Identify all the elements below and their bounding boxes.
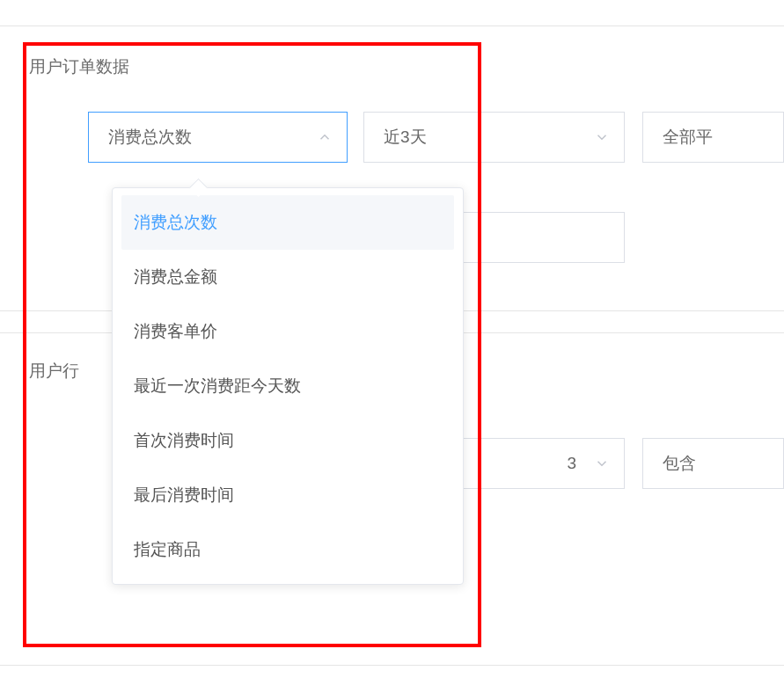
chevron-down-icon	[594, 456, 610, 471]
section-title-behavior-data: 用户行	[29, 360, 79, 383]
dropdown-item[interactable]: 消费总次数	[121, 195, 454, 250]
select-platform[interactable]: 全部平	[642, 112, 784, 163]
select-contain-value: 包含	[663, 452, 769, 475]
select-metric[interactable]: 消费总次数	[88, 112, 348, 163]
dropdown-item[interactable]: 消费总金额	[113, 250, 463, 304]
select-contain[interactable]: 包含	[642, 438, 784, 489]
dropdown-item[interactable]: 指定商品	[113, 522, 463, 577]
select-metric-value: 消费总次数	[108, 126, 310, 149]
chevron-up-icon	[317, 129, 333, 145]
dropdown-item[interactable]: 消费客单价	[113, 304, 463, 359]
dropdown-item[interactable]: 首次消费时间	[113, 413, 463, 468]
select-platform-value: 全部平	[663, 126, 769, 149]
dropdown-item[interactable]: 最近一次消费距今天数	[113, 359, 463, 413]
section-title-order-data: 用户订单数据	[29, 55, 129, 78]
dropdown-item[interactable]: 最后消费时间	[113, 468, 463, 522]
chevron-down-icon	[594, 129, 610, 145]
select-time-range-value: 近3天	[384, 126, 587, 149]
metric-dropdown: 消费总次数 消费总金额 消费客单价 最近一次消费距今天数 首次消费时间 最后消费…	[112, 187, 464, 585]
select-time-range[interactable]: 近3天	[363, 112, 625, 163]
